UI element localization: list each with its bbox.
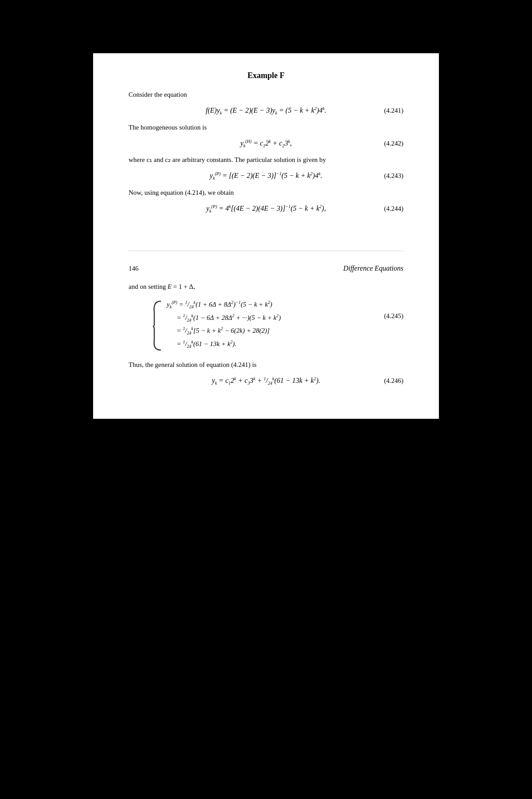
- equation-244: yk(P) = 4k[(4E − 2)(4E − 3)]−1(5 − k + k…: [129, 204, 403, 214]
- eq244-expr: yk(P) = 4k[(4E − 2)(4E − 3)]−1(5 − k + k…: [206, 205, 326, 212]
- eq244-number: (4.244): [384, 205, 403, 213]
- eq245-lines: yk(P) = 1/24k(1 + 6Δ + 8Δ2)−1(5 − k + k2…: [167, 299, 281, 350]
- eq245-line2: = 1/24k(1 − 6Δ + 28Δ2 + ···)(5 − k + k2): [167, 312, 281, 324]
- eq243-math: yk(P) = [(E − 2)(E − 3)]−1(5 − k + k2)4k…: [210, 171, 322, 181]
- eq245-number: (4.245): [384, 312, 403, 320]
- equation-241: f(E)yk = (E − 2)(E − 3)yk = (5 − k + k2)…: [129, 106, 403, 116]
- section-divider: [129, 251, 403, 251]
- eq246-number: (4.246): [384, 377, 403, 385]
- eq241-math: f(E)yk = (E − 2)(E − 3)yk = (5 − k + k2)…: [206, 106, 326, 116]
- arbitrary-text: where c₁ and c₂ are arbitrary constants.…: [129, 154, 403, 165]
- eq245-line4: = 1/24k(61 − 13k + k2).: [167, 338, 281, 350]
- equation-245-container: yk(P) = 1/24k(1 + 6Δ + 8Δ2)−1(5 − k + k2…: [129, 299, 403, 352]
- page-title: Difference Equations: [343, 264, 403, 272]
- eq243-number: (4.243): [384, 172, 403, 180]
- now-text: Now, using equation (4.214), we obtain: [129, 187, 403, 198]
- equation-242: yk(H) = c12k + c23k, (4.242): [129, 139, 403, 149]
- bracket-svg: [151, 299, 164, 352]
- equation-246: yk = c12k + c33k + 1/24k(61 − 13k + k2).…: [129, 376, 403, 386]
- page-header: 146 Difference Equations: [129, 264, 403, 272]
- eq242-expr: yk(H) = c12k + c23k,: [240, 139, 292, 147]
- eq246-math: yk = c12k + c33k + 1/24k(61 − 13k + k2).: [212, 376, 320, 386]
- page-container: Example F Consider the equation f(E)yk =…: [93, 53, 439, 419]
- top-section: Example F Consider the equation f(E)yk =…: [129, 71, 403, 237]
- intro-text: Consider the equation: [129, 89, 403, 100]
- page-number: 146: [129, 265, 139, 272]
- eq241-number: (4.241): [384, 107, 403, 114]
- eq243-expr: yk(P) = [(E − 2)(E − 3)]−1(5 − k + k2)4k…: [210, 172, 322, 179]
- eq245-line3: = 1/24k[5 − k + k2 − 6(2k) + 28(2)]: [167, 325, 281, 337]
- general-text: Thus, the general solution of equation (…: [129, 359, 403, 370]
- setting-text: and on setting E = 1 + Δ,: [129, 281, 403, 292]
- bottom-section: 146 Difference Equations and on setting …: [129, 260, 403, 386]
- eq245-line1: yk(P) = 1/24k(1 + 6Δ + 8Δ2)−1(5 − k + k2…: [167, 299, 281, 311]
- eq242-number: (4.242): [384, 140, 403, 147]
- left-bracket-svg: [151, 299, 164, 352]
- example-title: Example F: [129, 71, 403, 80]
- eq244-math: yk(P) = 4k[(4E − 2)(4E − 3)]−1(5 − k + k…: [206, 204, 326, 214]
- eq242-math: yk(H) = c12k + c23k,: [240, 139, 292, 149]
- eq241-f: f(E)yk = (E − 2)(E − 3)yk = (5 − k + k2)…: [206, 106, 326, 114]
- eq246-expr: yk = c12k + c33k + 1/24k(61 − 13k + k2).: [212, 377, 320, 384]
- equation-243: yk(P) = [(E − 2)(E − 3)]−1(5 − k + k2)4k…: [129, 171, 403, 181]
- homogeneous-text: The homogeneous solution is: [129, 122, 403, 133]
